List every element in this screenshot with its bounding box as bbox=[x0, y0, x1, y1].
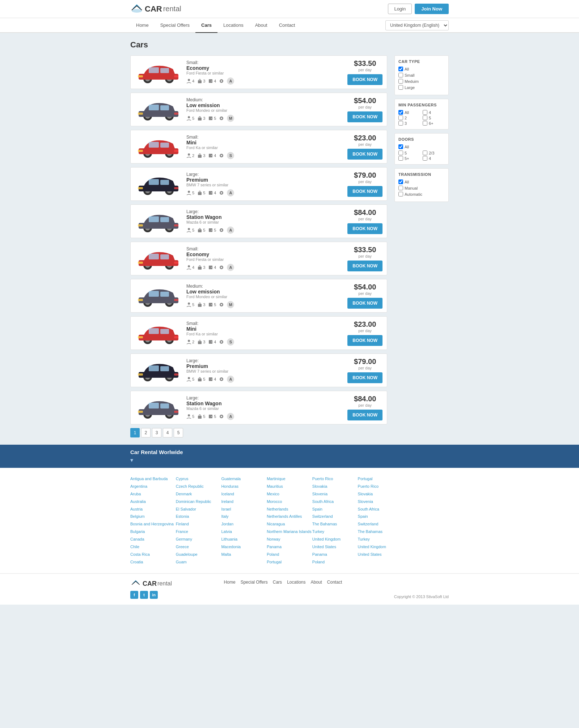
footer-link[interactable]: Macedonia bbox=[221, 543, 267, 551]
footer-link[interactable]: Germany bbox=[176, 536, 221, 543]
book-now-button[interactable]: BOOK NOW bbox=[347, 335, 383, 346]
book-now-button[interactable]: BOOK NOW bbox=[347, 261, 383, 271]
filter-option[interactable]: Manual bbox=[398, 186, 445, 190]
footer-link[interactable]: Panama bbox=[312, 551, 358, 558]
footer-link[interactable]: Portugal bbox=[267, 558, 312, 566]
nav-special-offers[interactable]: Special Offers bbox=[155, 18, 195, 32]
nav-home[interactable]: Home bbox=[130, 18, 155, 32]
footer-link[interactable]: Puerto Rico bbox=[312, 475, 358, 483]
footer-link[interactable]: Lithuania bbox=[221, 536, 267, 543]
footer-link[interactable]: Panama bbox=[267, 543, 312, 551]
book-now-button[interactable]: BOOK NOW bbox=[347, 223, 383, 234]
footer-link[interactable]: Switzerland bbox=[312, 513, 358, 520]
footer-link[interactable]: Martinique bbox=[267, 475, 312, 483]
filter-option[interactable]: 3 bbox=[398, 121, 420, 126]
filter-option[interactable]: 2 bbox=[398, 115, 420, 120]
nav-cars[interactable]: Cars bbox=[195, 18, 217, 33]
footer-link[interactable]: Mexico bbox=[267, 490, 312, 498]
footer-link[interactable]: The Bahamas bbox=[312, 520, 358, 528]
book-now-button[interactable]: BOOK NOW bbox=[347, 186, 383, 197]
page-button[interactable]: 3 bbox=[152, 428, 161, 437]
filter-option[interactable]: All bbox=[398, 144, 445, 149]
filter-option[interactable]: Small bbox=[398, 73, 445, 77]
footer-link[interactable]: South Africa bbox=[312, 498, 358, 505]
footer-link[interactable]: Poland bbox=[267, 551, 312, 558]
footer-link[interactable]: Israel bbox=[221, 505, 267, 513]
footer-link[interactable]: Puerto Rico bbox=[358, 483, 403, 490]
page-button[interactable]: 1 bbox=[130, 428, 140, 437]
filter-option[interactable]: 5 bbox=[398, 151, 420, 155]
join-now-button[interactable]: Join Now bbox=[415, 4, 449, 14]
footer-link[interactable]: Croatia bbox=[130, 558, 176, 566]
language-select[interactable]: United Kingdom (English) bbox=[385, 20, 449, 30]
footer-link[interactable]: Morocco bbox=[267, 498, 312, 505]
page-button[interactable]: 5 bbox=[174, 428, 183, 437]
book-now-button[interactable]: BOOK NOW bbox=[347, 410, 383, 420]
footer-nav-link[interactable]: Contact bbox=[327, 580, 342, 585]
footer-nav-link[interactable]: About bbox=[311, 580, 322, 585]
footer-link[interactable]: United States bbox=[358, 551, 403, 558]
footer-nav-link[interactable]: Cars bbox=[273, 580, 282, 585]
nav-contact[interactable]: Contact bbox=[273, 18, 301, 32]
filter-option[interactable]: 5 bbox=[423, 115, 445, 120]
filter-option[interactable]: All bbox=[398, 67, 445, 71]
filter-option[interactable]: All bbox=[398, 110, 420, 115]
footer-link[interactable]: Guadeloupe bbox=[176, 551, 221, 558]
book-now-button[interactable]: BOOK NOW bbox=[347, 111, 383, 122]
footer-link[interactable]: Chile bbox=[130, 543, 176, 551]
footer-link[interactable]: Switzerland bbox=[358, 520, 403, 528]
footer-link[interactable]: Czech Republic bbox=[176, 483, 221, 490]
footer-link[interactable]: Nicaragua bbox=[267, 520, 312, 528]
nav-locations[interactable]: Locations bbox=[217, 18, 249, 32]
footer-link[interactable]: El Salvador bbox=[176, 505, 221, 513]
footer-link[interactable]: Guatemala bbox=[221, 475, 267, 483]
filter-option[interactable]: All bbox=[398, 179, 445, 184]
footer-link[interactable]: Jordan bbox=[221, 520, 267, 528]
footer-link[interactable]: Aruba bbox=[130, 490, 176, 498]
footer-link[interactable]: Italy bbox=[221, 513, 267, 520]
book-now-button[interactable]: BOOK NOW bbox=[347, 298, 383, 309]
social-icon-in[interactable]: in bbox=[150, 591, 158, 599]
footer-link[interactable]: Portugal bbox=[358, 475, 403, 483]
book-now-button[interactable]: BOOK NOW bbox=[347, 74, 383, 85]
footer-link[interactable]: Canada bbox=[130, 536, 176, 543]
footer-link[interactable]: Cyprus bbox=[176, 475, 221, 483]
footer-link[interactable]: Slovenia bbox=[312, 490, 358, 498]
footer-link[interactable]: Mauritius bbox=[267, 483, 312, 490]
footer-link[interactable]: Spain bbox=[312, 505, 358, 513]
footer-link[interactable]: Bulgaria bbox=[130, 528, 176, 536]
filter-option[interactable]: Meduim bbox=[398, 79, 445, 84]
footer-link[interactable]: Latvia bbox=[221, 528, 267, 536]
social-icon-t[interactable]: t bbox=[140, 591, 148, 599]
filter-option[interactable]: 4 bbox=[423, 110, 445, 115]
footer-link[interactable]: Malta bbox=[221, 551, 267, 558]
footer-link[interactable]: South Africa bbox=[358, 505, 403, 513]
footer-link[interactable]: Slovakia bbox=[358, 490, 403, 498]
footer-link[interactable]: Turkey bbox=[312, 528, 358, 536]
footer-link[interactable]: Slovenia bbox=[358, 498, 403, 505]
footer-nav-link[interactable]: Locations bbox=[287, 580, 305, 585]
footer-link[interactable]: Honduras bbox=[221, 483, 267, 490]
footer-link[interactable]: United States bbox=[312, 543, 358, 551]
page-button[interactable]: 2 bbox=[141, 428, 151, 437]
footer-nav-link[interactable]: Special Offers bbox=[241, 580, 268, 585]
footer-link[interactable]: Australia bbox=[130, 498, 176, 505]
book-now-button[interactable]: BOOK NOW bbox=[347, 372, 383, 383]
footer-link[interactable]: Northern Mariana Islands bbox=[267, 528, 312, 536]
footer-link[interactable]: Bosnia and Herzegovina bbox=[130, 520, 176, 528]
filter-option[interactable]: Automatic bbox=[398, 192, 445, 196]
footer-link[interactable]: Antigua and Barbuda bbox=[130, 475, 176, 483]
footer-link[interactable]: Costa Rica bbox=[130, 551, 176, 558]
footer-link[interactable]: Dominican Republic bbox=[176, 498, 221, 505]
filter-option[interactable]: Large bbox=[398, 85, 445, 90]
footer-link[interactable]: Norway bbox=[267, 536, 312, 543]
nav-about[interactable]: About bbox=[249, 18, 273, 32]
book-now-button[interactable]: BOOK NOW bbox=[347, 149, 383, 160]
footer-link[interactable]: Estonia bbox=[176, 513, 221, 520]
filter-option[interactable]: 2/3 bbox=[423, 151, 445, 155]
footer-link[interactable]: United Kingdom bbox=[312, 536, 358, 543]
footer-link[interactable]: United Kingdom bbox=[358, 543, 403, 551]
page-button[interactable]: 4 bbox=[163, 428, 172, 437]
footer-link[interactable]: Belgium bbox=[130, 513, 176, 520]
footer-link[interactable]: Slovakia bbox=[312, 483, 358, 490]
